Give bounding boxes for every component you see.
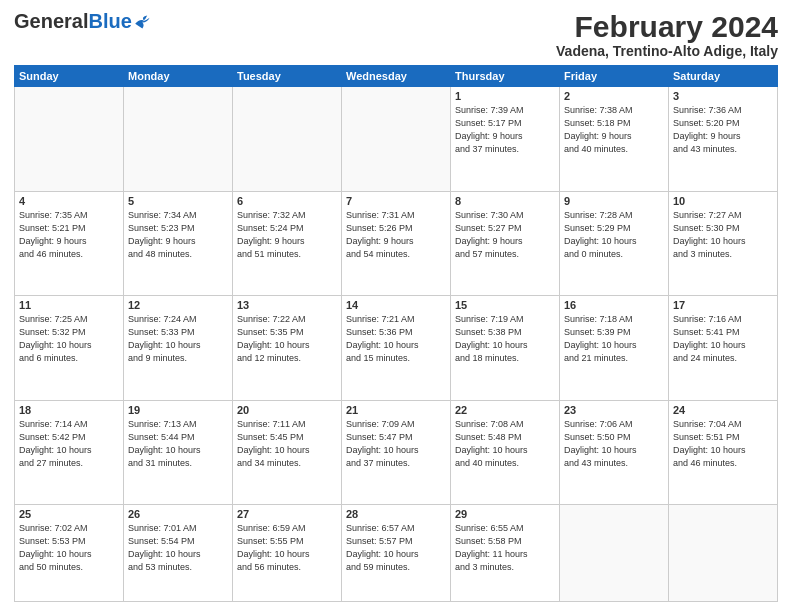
- day-info: Sunrise: 7:04 AMSunset: 5:51 PMDaylight:…: [673, 418, 773, 470]
- month-year-title: February 2024: [556, 10, 778, 43]
- calendar-cell: 23Sunrise: 7:06 AMSunset: 5:50 PMDayligh…: [560, 400, 669, 505]
- day-info: Sunrise: 7:31 AMSunset: 5:26 PMDaylight:…: [346, 209, 446, 261]
- day-number: 9: [564, 195, 664, 207]
- day-number: 5: [128, 195, 228, 207]
- day-number: 2: [564, 90, 664, 102]
- day-number: 18: [19, 404, 119, 416]
- calendar-cell: 17Sunrise: 7:16 AMSunset: 5:41 PMDayligh…: [669, 296, 778, 401]
- calendar-week-row: 25Sunrise: 7:02 AMSunset: 5:53 PMDayligh…: [15, 505, 778, 602]
- calendar-cell: 29Sunrise: 6:55 AMSunset: 5:58 PMDayligh…: [451, 505, 560, 602]
- day-number: 23: [564, 404, 664, 416]
- day-info: Sunrise: 7:32 AMSunset: 5:24 PMDaylight:…: [237, 209, 337, 261]
- day-number: 1: [455, 90, 555, 102]
- calendar-header-tuesday: Tuesday: [233, 66, 342, 87]
- calendar-cell: [124, 87, 233, 192]
- logo-text: GeneralBlue: [14, 10, 152, 33]
- calendar-header-saturday: Saturday: [669, 66, 778, 87]
- day-info: Sunrise: 7:06 AMSunset: 5:50 PMDaylight:…: [564, 418, 664, 470]
- day-info: Sunrise: 7:27 AMSunset: 5:30 PMDaylight:…: [673, 209, 773, 261]
- calendar-header-wednesday: Wednesday: [342, 66, 451, 87]
- day-number: 19: [128, 404, 228, 416]
- calendar-cell: 5Sunrise: 7:34 AMSunset: 5:23 PMDaylight…: [124, 191, 233, 296]
- day-number: 7: [346, 195, 446, 207]
- calendar-cell: 25Sunrise: 7:02 AMSunset: 5:53 PMDayligh…: [15, 505, 124, 602]
- calendar-cell: 28Sunrise: 6:57 AMSunset: 5:57 PMDayligh…: [342, 505, 451, 602]
- calendar-header-row: SundayMondayTuesdayWednesdayThursdayFrid…: [15, 66, 778, 87]
- calendar-header-sunday: Sunday: [15, 66, 124, 87]
- day-number: 27: [237, 508, 337, 520]
- day-number: 28: [346, 508, 446, 520]
- day-number: 8: [455, 195, 555, 207]
- calendar-cell: 6Sunrise: 7:32 AMSunset: 5:24 PMDaylight…: [233, 191, 342, 296]
- day-info: Sunrise: 7:13 AMSunset: 5:44 PMDaylight:…: [128, 418, 228, 470]
- day-number: 11: [19, 299, 119, 311]
- calendar-cell: 11Sunrise: 7:25 AMSunset: 5:32 PMDayligh…: [15, 296, 124, 401]
- calendar-cell: 4Sunrise: 7:35 AMSunset: 5:21 PMDaylight…: [15, 191, 124, 296]
- day-info: Sunrise: 7:19 AMSunset: 5:38 PMDaylight:…: [455, 313, 555, 365]
- day-info: Sunrise: 7:35 AMSunset: 5:21 PMDaylight:…: [19, 209, 119, 261]
- day-number: 13: [237, 299, 337, 311]
- title-block: February 2024 Vadena, Trentino-Alto Adig…: [556, 10, 778, 59]
- day-number: 6: [237, 195, 337, 207]
- day-info: Sunrise: 6:57 AMSunset: 5:57 PMDaylight:…: [346, 522, 446, 574]
- day-info: Sunrise: 7:36 AMSunset: 5:20 PMDaylight:…: [673, 104, 773, 156]
- calendar-week-row: 18Sunrise: 7:14 AMSunset: 5:42 PMDayligh…: [15, 400, 778, 505]
- calendar-week-row: 1Sunrise: 7:39 AMSunset: 5:17 PMDaylight…: [15, 87, 778, 192]
- day-number: 29: [455, 508, 555, 520]
- calendar-cell: [560, 505, 669, 602]
- day-info: Sunrise: 7:16 AMSunset: 5:41 PMDaylight:…: [673, 313, 773, 365]
- day-info: Sunrise: 6:55 AMSunset: 5:58 PMDaylight:…: [455, 522, 555, 574]
- calendar-cell: 22Sunrise: 7:08 AMSunset: 5:48 PMDayligh…: [451, 400, 560, 505]
- logo-blue: Blue: [88, 10, 131, 33]
- day-info: Sunrise: 7:34 AMSunset: 5:23 PMDaylight:…: [128, 209, 228, 261]
- day-number: 3: [673, 90, 773, 102]
- calendar-cell: 19Sunrise: 7:13 AMSunset: 5:44 PMDayligh…: [124, 400, 233, 505]
- calendar-header-thursday: Thursday: [451, 66, 560, 87]
- day-info: Sunrise: 6:59 AMSunset: 5:55 PMDaylight:…: [237, 522, 337, 574]
- day-info: Sunrise: 7:18 AMSunset: 5:39 PMDaylight:…: [564, 313, 664, 365]
- calendar-header-friday: Friday: [560, 66, 669, 87]
- day-number: 16: [564, 299, 664, 311]
- day-info: Sunrise: 7:25 AMSunset: 5:32 PMDaylight:…: [19, 313, 119, 365]
- logo-bird-icon: [134, 13, 152, 31]
- calendar-cell: 9Sunrise: 7:28 AMSunset: 5:29 PMDaylight…: [560, 191, 669, 296]
- calendar-table: SundayMondayTuesdayWednesdayThursdayFrid…: [14, 65, 778, 602]
- day-number: 26: [128, 508, 228, 520]
- day-number: 12: [128, 299, 228, 311]
- calendar-cell: 3Sunrise: 7:36 AMSunset: 5:20 PMDaylight…: [669, 87, 778, 192]
- location-subtitle: Vadena, Trentino-Alto Adige, Italy: [556, 43, 778, 59]
- day-info: Sunrise: 7:11 AMSunset: 5:45 PMDaylight:…: [237, 418, 337, 470]
- day-info: Sunrise: 7:02 AMSunset: 5:53 PMDaylight:…: [19, 522, 119, 574]
- logo: GeneralBlue: [14, 10, 152, 33]
- calendar-cell: [15, 87, 124, 192]
- day-info: Sunrise: 7:28 AMSunset: 5:29 PMDaylight:…: [564, 209, 664, 261]
- calendar-cell: 24Sunrise: 7:04 AMSunset: 5:51 PMDayligh…: [669, 400, 778, 505]
- calendar-cell: 21Sunrise: 7:09 AMSunset: 5:47 PMDayligh…: [342, 400, 451, 505]
- calendar-week-row: 4Sunrise: 7:35 AMSunset: 5:21 PMDaylight…: [15, 191, 778, 296]
- day-info: Sunrise: 7:21 AMSunset: 5:36 PMDaylight:…: [346, 313, 446, 365]
- calendar-cell: 18Sunrise: 7:14 AMSunset: 5:42 PMDayligh…: [15, 400, 124, 505]
- calendar-cell: 7Sunrise: 7:31 AMSunset: 5:26 PMDaylight…: [342, 191, 451, 296]
- day-info: Sunrise: 7:24 AMSunset: 5:33 PMDaylight:…: [128, 313, 228, 365]
- day-number: 21: [346, 404, 446, 416]
- day-info: Sunrise: 7:39 AMSunset: 5:17 PMDaylight:…: [455, 104, 555, 156]
- page: GeneralBlue February 2024 Vadena, Trenti…: [0, 0, 792, 612]
- header: GeneralBlue February 2024 Vadena, Trenti…: [14, 10, 778, 59]
- calendar-cell: 1Sunrise: 7:39 AMSunset: 5:17 PMDaylight…: [451, 87, 560, 192]
- day-number: 4: [19, 195, 119, 207]
- day-info: Sunrise: 7:38 AMSunset: 5:18 PMDaylight:…: [564, 104, 664, 156]
- day-number: 20: [237, 404, 337, 416]
- calendar-cell: 13Sunrise: 7:22 AMSunset: 5:35 PMDayligh…: [233, 296, 342, 401]
- calendar-cell: 20Sunrise: 7:11 AMSunset: 5:45 PMDayligh…: [233, 400, 342, 505]
- calendar-cell: 2Sunrise: 7:38 AMSunset: 5:18 PMDaylight…: [560, 87, 669, 192]
- day-info: Sunrise: 7:01 AMSunset: 5:54 PMDaylight:…: [128, 522, 228, 574]
- logo-general: General: [14, 10, 88, 33]
- calendar-cell: [669, 505, 778, 602]
- calendar-cell: 12Sunrise: 7:24 AMSunset: 5:33 PMDayligh…: [124, 296, 233, 401]
- day-number: 15: [455, 299, 555, 311]
- day-number: 25: [19, 508, 119, 520]
- calendar-cell: 10Sunrise: 7:27 AMSunset: 5:30 PMDayligh…: [669, 191, 778, 296]
- calendar-cell: 27Sunrise: 6:59 AMSunset: 5:55 PMDayligh…: [233, 505, 342, 602]
- calendar-cell: [342, 87, 451, 192]
- day-number: 24: [673, 404, 773, 416]
